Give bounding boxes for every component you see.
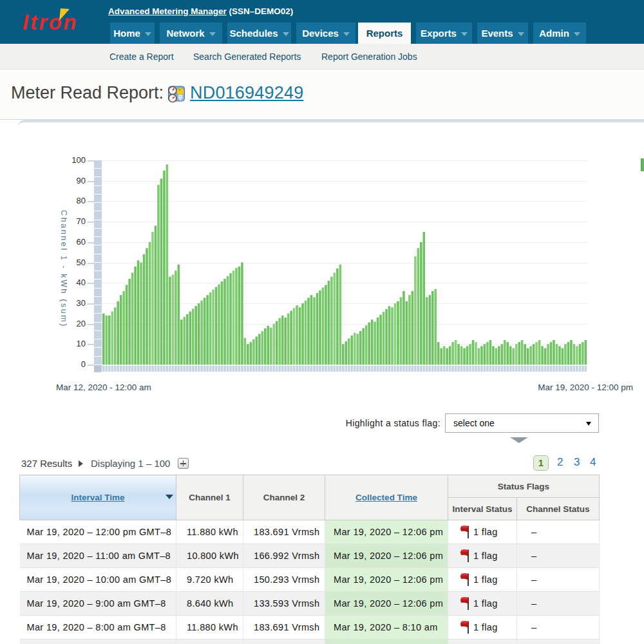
- svg-text:Itron: Itron: [23, 10, 78, 34]
